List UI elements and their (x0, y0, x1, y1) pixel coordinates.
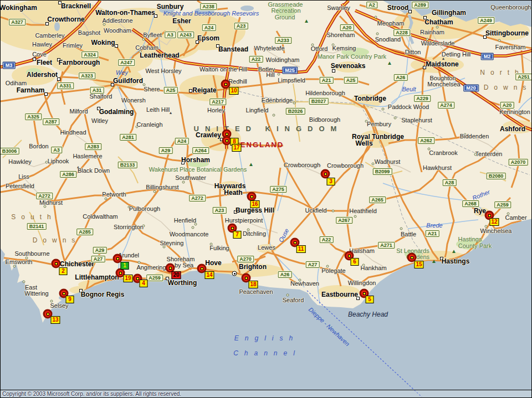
marker-number-2[interactable]: 2 (59, 267, 68, 275)
town-dot (332, 69, 335, 73)
village-dot (375, 16, 377, 19)
village-dot (365, 120, 368, 123)
village-dot (273, 114, 275, 117)
marker-number-16[interactable]: 16 (250, 200, 259, 208)
village-dot (25, 257, 28, 260)
village-dot (278, 73, 280, 76)
town-dot (57, 58, 60, 61)
marker-number-6[interactable]: 6 (351, 258, 359, 266)
marker-number-7[interactable]: 7 (233, 231, 242, 239)
village-dot (311, 44, 314, 46)
village-dot (136, 126, 139, 128)
village-dot (50, 300, 53, 303)
town-dot (79, 289, 83, 292)
village-dot (362, 264, 365, 267)
marker-number-9[interactable]: 9 (66, 296, 74, 303)
village-dot (464, 133, 467, 136)
marker-number-11[interactable]: 11 (296, 245, 306, 253)
marker-number-3[interactable]: 3 (327, 178, 335, 185)
marker-number-13[interactable]: 13 (50, 316, 60, 324)
village-dot (103, 23, 106, 26)
village-dot (128, 206, 131, 209)
town-dot (408, 10, 412, 13)
village-dot (142, 38, 145, 41)
village-dot (247, 229, 250, 231)
village-dot (507, 213, 510, 215)
village-dot (293, 102, 296, 105)
marker-number-20[interactable]: 20 (171, 271, 181, 279)
village-dot (142, 225, 145, 228)
marker-number-17[interactable]: 17 (232, 144, 241, 152)
base-map-graphics (1, 1, 532, 398)
village-dot (332, 44, 335, 46)
pushpin-16[interactable] (247, 192, 257, 201)
village-dot (13, 265, 16, 268)
village-dot (287, 294, 289, 297)
marker-number-14[interactable]: 14 (204, 271, 214, 279)
marker-number-4[interactable]: 4 (140, 280, 148, 287)
town-dot (154, 14, 157, 18)
village-dot (154, 190, 156, 193)
village-dot (192, 226, 195, 229)
village-dot (382, 108, 385, 111)
town-dot (423, 66, 426, 69)
marker-number-19[interactable]: 19 (123, 275, 132, 282)
village-dot (485, 225, 488, 228)
village-dot (474, 153, 477, 156)
town-dot (58, 1, 62, 4)
town-dot (234, 210, 237, 214)
village-dot (326, 265, 329, 268)
village-dot (23, 281, 25, 283)
marker-number-18[interactable]: 18 (248, 281, 258, 288)
village-dot (354, 215, 357, 218)
town-dot (45, 22, 49, 25)
town-dot (57, 77, 60, 81)
marker-number-5[interactable]: 5 (366, 296, 374, 303)
village-dot (143, 84, 146, 86)
marker-number-1[interactable]: 1 (121, 262, 129, 270)
town-dot (111, 83, 114, 86)
village-dot (428, 148, 431, 151)
town-dot (196, 40, 199, 44)
village-dot (139, 50, 142, 53)
village-dot (376, 33, 379, 35)
town-dot (166, 277, 169, 280)
village-dot (426, 38, 429, 41)
village-dot (332, 210, 335, 213)
town-dot (356, 297, 360, 300)
marker-number-10[interactable]: 10 (229, 87, 238, 95)
town-dot (115, 44, 118, 48)
town-dot (483, 35, 487, 39)
town-dot (216, 44, 219, 48)
village-dot (44, 205, 47, 208)
copyright-notice: Copyright © 2003 Microsoft Corp. and/or … (1, 390, 531, 397)
village-dot (210, 243, 213, 246)
map-canvas[interactable]: Copyright © 2003 Microsoft Corp. and/or … (0, 0, 532, 398)
town-dot (97, 107, 100, 110)
village-dot (372, 163, 375, 166)
village-dot (182, 181, 185, 184)
village-dot (498, 39, 501, 42)
city-dot-brighton (232, 271, 237, 276)
town-dot (44, 92, 48, 96)
town-dot (423, 16, 427, 19)
village-dot (436, 26, 439, 29)
village-dot (195, 223, 197, 226)
village-dot (45, 161, 48, 164)
town-dot (181, 161, 185, 164)
village-dot (400, 228, 403, 230)
marker-number-12[interactable]: 12 (489, 218, 499, 226)
town-dot (33, 58, 36, 61)
village-dot (105, 198, 108, 200)
village-dot (299, 279, 301, 282)
village-dot (163, 246, 166, 249)
village-dot (138, 261, 141, 264)
pushpin-3[interactable] (321, 169, 330, 179)
pushpin-2[interactable] (52, 259, 61, 268)
town-dot (189, 89, 192, 92)
marker-number-15[interactable]: 15 (414, 261, 423, 268)
town-dot (440, 257, 443, 260)
b-roads (3, 84, 506, 245)
village-dot (394, 117, 397, 120)
